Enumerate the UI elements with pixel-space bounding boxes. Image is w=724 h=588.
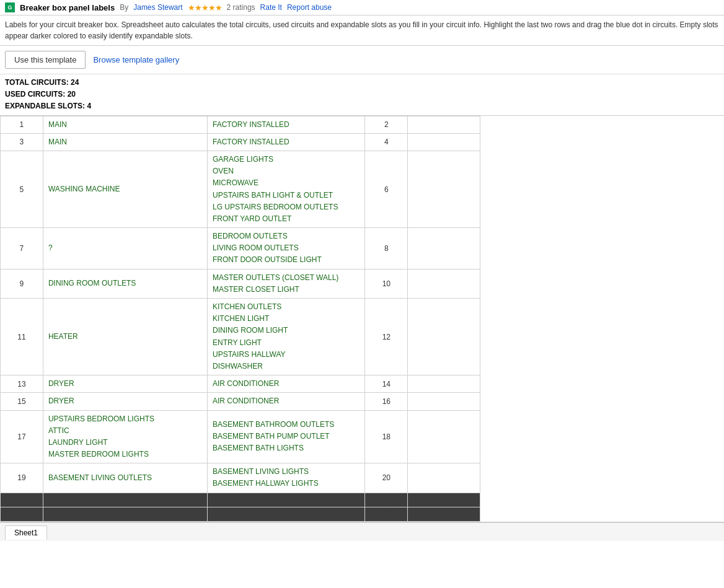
circuit-label-left bbox=[43, 507, 207, 521]
extra-col bbox=[408, 410, 480, 463]
circuit-number-left: 17 bbox=[1, 410, 43, 463]
description-text: Labels for your circuit breaker box. Spr… bbox=[5, 20, 718, 40]
circuit-number-right: 14 bbox=[365, 375, 408, 393]
template-title: Breaker box panel labels bbox=[20, 3, 115, 12]
circuit-number-left: 1 bbox=[1, 116, 43, 133]
circuit-label-center: MASTER OUTLETS (CLOSET WALL)MASTER CLOSE… bbox=[207, 269, 364, 298]
circuit-label-center: GARAGE LIGHTSOVENMICROWAVEUPSTAIRS BATH … bbox=[207, 151, 364, 227]
circuit-number-left: 21 bbox=[1, 493, 43, 507]
circuit-number-left: 5 bbox=[1, 151, 43, 227]
circuit-number-right: 10 bbox=[365, 269, 408, 298]
extra-col bbox=[408, 151, 480, 227]
circuit-label-center: BASEMENT BATHROOM OUTLETSBASEMENT BATH P… bbox=[207, 410, 364, 463]
circuit-label-left: UPSTAIRS BEDROOM LIGHTSATTICLAUNDRY LIGH… bbox=[43, 410, 207, 463]
app-icon-label: G bbox=[7, 4, 12, 11]
circuit-label-left: MAIN bbox=[43, 133, 207, 151]
ratings-count: 2 ratings bbox=[227, 3, 255, 12]
extra-col bbox=[408, 228, 480, 270]
table-row: 7?BEDROOM OUTLETSLIVING ROOM OUTLETSFRON… bbox=[1, 228, 480, 270]
extra-col bbox=[408, 116, 480, 133]
table-row: 9DINING ROOM OUTLETSMASTER OUTLETS (CLOS… bbox=[1, 269, 480, 298]
breaker-table: 1MAINFACTORY INSTALLED23MAINFACTORY INST… bbox=[0, 116, 480, 522]
circuit-number-right: 12 bbox=[365, 299, 408, 375]
expandable-slots: EXPANDABLE SLOTS: 4 bbox=[5, 100, 719, 112]
circuit-number-right: 2 bbox=[365, 116, 408, 133]
table-row: 3MAINFACTORY INSTALLED4 bbox=[1, 133, 480, 151]
extra-col bbox=[408, 375, 480, 393]
extra-col bbox=[408, 493, 480, 507]
circuit-number-right: 22 bbox=[365, 493, 408, 507]
circuit-label-left: HEATER bbox=[43, 299, 207, 375]
total-circuits: TOTAL CIRCUITS: 24 bbox=[5, 77, 719, 89]
circuit-number-right: 18 bbox=[365, 410, 408, 463]
rate-it-link[interactable]: Rate It bbox=[260, 3, 282, 12]
circuit-label-left: WASHING MACHINE bbox=[43, 151, 207, 227]
use-template-button[interactable]: Use this template bbox=[5, 51, 86, 69]
top-bar: G Breaker box panel labels By James Stew… bbox=[0, 0, 724, 15]
author-link[interactable]: James Stewart bbox=[133, 3, 182, 12]
table-row: 2324 bbox=[1, 507, 480, 521]
table-row: 2122 bbox=[1, 493, 480, 507]
circuit-number-left: 9 bbox=[1, 269, 43, 298]
extra-col bbox=[408, 269, 480, 298]
circuit-label-left bbox=[43, 493, 207, 507]
circuit-label-left: BASEMENT LIVING OUTLETS bbox=[43, 463, 207, 493]
table-row: 5WASHING MACHINEGARAGE LIGHTSOVENMICROWA… bbox=[1, 151, 480, 227]
buttons-row: Use this template Browse template galler… bbox=[0, 46, 724, 74]
circuit-number-right: 4 bbox=[365, 133, 408, 151]
circuit-label-center: BEDROOM OUTLETSLIVING ROOM OUTLETSFRONT … bbox=[207, 228, 364, 270]
circuit-label-center bbox=[207, 507, 364, 521]
table-body: 1MAINFACTORY INSTALLED23MAINFACTORY INST… bbox=[1, 116, 480, 521]
star-rating: ★★★★★ bbox=[188, 3, 222, 12]
circuit-number-left: 19 bbox=[1, 463, 43, 493]
extra-col bbox=[408, 463, 480, 493]
circuit-number-right: 20 bbox=[365, 463, 408, 493]
circuit-label-center: KITCHEN OUTLETSKITCHEN LIGHTDINING ROOM … bbox=[207, 299, 364, 375]
description-bar: Labels for your circuit breaker box. Spr… bbox=[0, 15, 724, 46]
circuit-number-right: 8 bbox=[365, 228, 408, 270]
circuit-number-right: 6 bbox=[365, 151, 408, 227]
circuit-label-center: FACTORY INSTALLED bbox=[207, 116, 364, 133]
table-row: 19BASEMENT LIVING OUTLETSBASEMENT LIVING… bbox=[1, 463, 480, 493]
table-row: 11HEATERKITCHEN OUTLETSKITCHEN LIGHTDINI… bbox=[1, 299, 480, 375]
circuit-label-center: FACTORY INSTALLED bbox=[207, 133, 364, 151]
circuit-label-center: BASEMENT LIVING LIGHTSBASEMENT HALLWAY L… bbox=[207, 463, 364, 493]
extra-col bbox=[408, 507, 480, 521]
by-label: By bbox=[120, 3, 128, 12]
used-circuits: USED CIRCUITS: 20 bbox=[5, 89, 719, 100]
table-row: 17UPSTAIRS BEDROOM LIGHTSATTICLAUNDRY LI… bbox=[1, 410, 480, 463]
spreadsheet-container: TOTAL CIRCUITS: 24 USED CIRCUITS: 20 EXP… bbox=[0, 74, 724, 522]
sheet-tab[interactable]: Sheet1 bbox=[5, 525, 47, 540]
circuit-number-left: 13 bbox=[1, 375, 43, 393]
circuit-label-left: MAIN bbox=[43, 116, 207, 133]
circuit-label-left: DRYER bbox=[43, 375, 207, 393]
circuit-number-left: 23 bbox=[1, 507, 43, 521]
circuit-number-left: 3 bbox=[1, 133, 43, 151]
circuit-number-left: 7 bbox=[1, 228, 43, 270]
extra-col bbox=[408, 393, 480, 410]
extra-col bbox=[408, 133, 480, 151]
circuit-label-left: ? bbox=[43, 228, 207, 270]
circuit-number-left: 15 bbox=[1, 393, 43, 410]
sheet-tab-bar: Sheet1 bbox=[0, 522, 724, 541]
circuit-label-left: DINING ROOM OUTLETS bbox=[43, 269, 207, 298]
table-row: 15DRYERAIR CONDITIONER16 bbox=[1, 393, 480, 410]
circuit-number-right: 24 bbox=[365, 507, 408, 521]
circuit-number-right: 16 bbox=[365, 393, 408, 410]
circuit-label-left: DRYER bbox=[43, 393, 207, 410]
circuit-label-center bbox=[207, 493, 364, 507]
browse-gallery-link[interactable]: Browse template gallery bbox=[93, 55, 179, 64]
circuit-label-center: AIR CONDITIONER bbox=[207, 393, 364, 410]
table-row: 1MAINFACTORY INSTALLED2 bbox=[1, 116, 480, 133]
extra-col bbox=[408, 299, 480, 375]
circuit-label-center: AIR CONDITIONER bbox=[207, 375, 364, 393]
report-abuse-link[interactable]: Report abuse bbox=[287, 3, 332, 12]
table-row: 13DRYERAIR CONDITIONER14 bbox=[1, 375, 480, 393]
circuit-number-left: 11 bbox=[1, 299, 43, 375]
summary-box: TOTAL CIRCUITS: 24 USED CIRCUITS: 20 EXP… bbox=[0, 74, 724, 116]
app-icon: G bbox=[5, 2, 15, 12]
